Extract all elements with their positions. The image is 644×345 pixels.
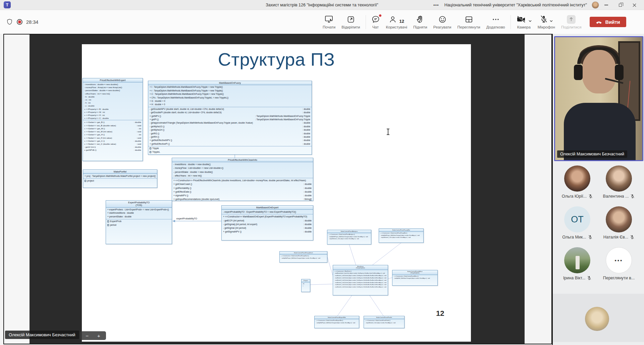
participant-tile[interactable]: Валентина ... — [599, 165, 639, 199]
toolbar-divider — [366, 15, 366, 29]
participant-avatar[interactable] — [564, 247, 590, 273]
mic-chevron-down-icon[interactable] — [550, 20, 553, 22]
popout-button[interactable]: Відкріпити — [338, 10, 363, 34]
participant-tile[interactable]: Ірина Вікт... — [557, 247, 597, 280]
uml-class-analysis: StakeControlPanelAnalysis+ <<Constructor… — [327, 230, 371, 245]
participant-avatar[interactable] — [606, 206, 632, 232]
window-title-bar: T Захист магістрів 126 "Інформаційні сис… — [0, 0, 644, 10]
chat-icon — [371, 15, 380, 23]
participants-sidebar: Олексій Максимович Безчастний Ольга Юрії… — [552, 34, 644, 345]
popout-label: Відкріпити — [341, 25, 360, 29]
meeting-timer: 28:34 — [26, 19, 38, 25]
text-cursor — [388, 129, 388, 134]
teams-app-icon: T — [4, 1, 11, 8]
uml-class-project: Projectprjt — [301, 279, 310, 292]
view-button[interactable]: Переглянути — [454, 10, 483, 34]
popout-icon — [347, 15, 355, 23]
uml-class-mainForm: MainForm(TanyaDiplom)+ <<Constructor>> M… — [333, 265, 388, 295]
titlebar-more-icon[interactable]: ••• — [433, 3, 439, 8]
screen-share-icon — [325, 15, 334, 23]
uml-class-MakePortfel: MakePortfel+ proj : TanyaDiplom.MathMeth… — [83, 169, 157, 188]
react-smiley-icon — [438, 15, 446, 23]
speaker-name-label: Олексій Максимович Безчастний — [557, 150, 627, 158]
zoom-out-button[interactable]: − — [86, 333, 89, 338]
mic-off-icon — [588, 235, 592, 239]
chat-notification-dot — [379, 14, 382, 17]
more-ellipsis-icon — [492, 15, 500, 23]
uml-edge-label: expertProbabilityTO — [176, 217, 197, 220]
zoom-controls[interactable]: − + — [80, 331, 106, 340]
user-avatar[interactable] — [592, 1, 599, 9]
security-shield-icon[interactable] — [6, 18, 13, 26]
local-preview-panel[interactable] — [553, 294, 644, 342]
share-icon — [567, 15, 576, 24]
minimize-button[interactable] — [599, 0, 613, 10]
recording-indicator-icon — [17, 19, 22, 25]
presentation-slide: Структура ПЗ PriceEffectiveWithExpert- i… — [82, 44, 471, 342]
uml-class-fuzzyMat: StakeControlPanelFuzzyMat+ <<Constructor… — [379, 228, 424, 243]
speaker-video-tile[interactable]: Олексій Максимович Безчастний — [554, 36, 643, 161]
close-icon — [633, 3, 636, 7]
screen-share-stage[interactable]: Структура ПЗ PriceEffectiveWithExpert- i… — [3, 34, 552, 344]
more-participants-icon[interactable]: ••• — [606, 247, 632, 273]
uml-class-ExpertProbabilityTO: ExpertProbabilityTO(TOS)+ expertProbes :… — [106, 200, 172, 244]
zoom-in-button[interactable]: + — [97, 333, 100, 338]
more-button[interactable]: Додатково — [483, 10, 508, 34]
meeting-title: Захист магістрів 126 "Інформаційні систе… — [266, 0, 378, 10]
participants-label: Користувачі — [386, 25, 407, 29]
raise-hand-icon — [416, 15, 424, 23]
view-grid-icon — [465, 15, 473, 23]
camera-label: Камера — [517, 25, 531, 29]
share-label: Поділитися — [561, 25, 581, 29]
participant-name: Наталія Єв... — [603, 235, 629, 239]
participant-name: Валентина ... — [603, 194, 629, 199]
mic-label: Мікрофон — [538, 25, 555, 29]
uml-class-MarkBasedOnFuzzy: MarkBasedOnFuzzy+ I : TanyaDiplom.MathMe… — [148, 81, 312, 155]
restore-icon — [619, 4, 622, 7]
speaker-video — [555, 37, 642, 160]
react-label: Реагувати — [433, 25, 451, 29]
participant-avatar[interactable] — [564, 165, 590, 192]
raise-hand-button[interactable]: Підняти — [410, 10, 430, 34]
leave-button[interactable]: Вийти — [590, 17, 626, 27]
uml-class-effect: StakeControlPanelEffect(TanyaDiplom)+ <<… — [392, 270, 438, 286]
view-label: Переглянути — [458, 25, 480, 29]
mic-off-icon — [630, 235, 634, 239]
mic-off-icon — [630, 194, 635, 199]
participant-name: Ірина Вікт... — [563, 276, 585, 280]
shared-screen-right-strip — [525, 34, 551, 344]
uml-class-fuzzyStock: StakeControlPanelFuzzyStock+ <<Construct… — [279, 251, 327, 263]
chat-button[interactable]: Чат — [368, 10, 383, 34]
participant-tile[interactable]: ОТОльга Мик... — [557, 206, 597, 239]
participants-count: 12 — [399, 19, 404, 24]
hang-up-icon — [596, 20, 602, 24]
react-button[interactable]: Реагувати — [430, 10, 454, 34]
camera-off-icon — [516, 15, 527, 23]
close-button[interactable] — [627, 0, 641, 10]
participants-icon — [389, 15, 396, 23]
uml-class-MarkBasedOnExpert: MarkBasedOnExpert- expertProbabilityTO :… — [221, 205, 313, 240]
participant-avatar[interactable] — [606, 165, 632, 192]
participant-tile[interactable]: Наталія Єв... — [599, 206, 639, 239]
mic-button[interactable]: Мікрофон — [535, 10, 558, 34]
raise-hand-label: Підняти — [413, 25, 427, 29]
camera-button[interactable]: Камера — [513, 10, 535, 34]
minimize-icon — [604, 5, 608, 5]
uml-class-portfel: StakeControlPanelPortfel+ <<Constructor>… — [364, 316, 405, 328]
participants-button[interactable]: 12 Користувачі — [383, 10, 410, 34]
local-user-avatar — [585, 307, 609, 331]
participant-name: Ольга Юрії... — [562, 194, 587, 199]
restore-button[interactable] — [613, 0, 627, 10]
meeting-toolbar: 28:34 Почати Відкріпити Чат 12 Користува… — [0, 10, 644, 34]
participant-tile[interactable]: Ольга Юрії... — [557, 165, 597, 199]
camera-chevron-down-icon[interactable] — [529, 20, 532, 22]
slide-page-number: 12 — [436, 309, 444, 318]
start-share-button[interactable]: Почати — [320, 10, 338, 34]
participant-name: Ольга Мик... — [562, 235, 586, 239]
leave-label: Вийти — [605, 19, 620, 25]
participant-avatar[interactable]: ОТ — [564, 206, 590, 232]
chat-label: Чат — [372, 25, 379, 29]
presenter-name-overlay: Олексій Максимович Безчастний — [5, 331, 79, 339]
view-more-participants[interactable]: •••Переглянути в... — [599, 247, 639, 280]
org-name: Національний технічний університет "Харк… — [444, 3, 587, 7]
